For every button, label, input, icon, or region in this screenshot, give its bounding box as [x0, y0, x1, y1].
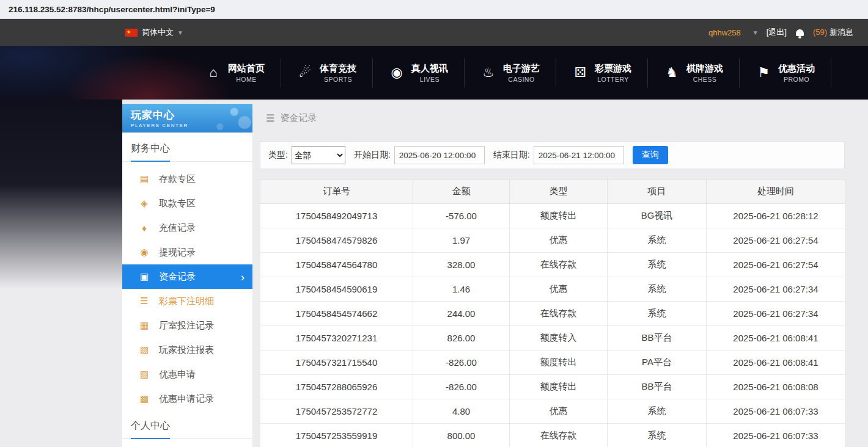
column-header: 处理时间	[707, 180, 845, 204]
table-cell: 2025-06-21 06:27:54	[707, 228, 845, 253]
logout-button[interactable]: [退出]	[767, 27, 787, 38]
new-messages-link[interactable]: (59)新消息	[813, 27, 853, 38]
table-cell: 2025-06-21 06:07:33	[707, 424, 845, 447]
filter-bar: 类型: 全部 开始日期: 结束日期: 查询	[260, 141, 845, 169]
nav-item-chess[interactable]: ♞棋牌游戏CHESS	[648, 58, 740, 87]
china-flag-icon	[125, 29, 138, 37]
sidebar-item-funds-records[interactable]: ▣资金记录›	[122, 264, 252, 289]
table-cell: 4.80	[413, 399, 510, 424]
start-date-label: 开始日期:	[354, 150, 391, 161]
home-icon: ⌂	[205, 65, 221, 81]
nav-item-label: 体育竞技SPORTS	[320, 63, 356, 83]
background-decoration	[0, 100, 122, 289]
page-title: 资金记录	[280, 112, 317, 124]
list-icon: ☰	[139, 296, 150, 307]
sidebar-item-label: 取款专区	[159, 198, 196, 209]
sidebar-item-promo-apply[interactable]: ▨优惠申请	[122, 362, 252, 387]
gift-icon: ⚑	[756, 65, 771, 81]
table-row: 1750458474564780328.00在线存款系统2025-06-21 0…	[260, 253, 845, 277]
sidebar-header: 玩家中心 PLAYERS CENTER	[122, 104, 252, 133]
chevron-down-icon[interactable]: ▼	[752, 29, 759, 36]
table-cell: 328.00	[413, 253, 510, 277]
sidebar-item-deposit-zone[interactable]: ▤存款专区	[122, 167, 252, 191]
sidebar-item-partial[interactable]: ◆	[122, 444, 252, 447]
sidebar-item-label: 玩家投注报表	[159, 344, 214, 356]
table-row: 1750457321715540-826.00额度转出PA平台2025-06-2…	[260, 351, 845, 375]
search-button[interactable]: 查询	[633, 146, 668, 164]
table-cell: 优惠	[510, 228, 608, 253]
table-cell: 1750457253572772	[260, 399, 413, 424]
sidebar-item-player-bet-report[interactable]: ▧玩家投注报表	[122, 338, 252, 362]
message-count: (59)	[813, 27, 827, 37]
chevron-right-icon: ›	[241, 271, 245, 283]
sidebar-item-label: 彩票下注明细	[159, 296, 214, 307]
nav-item-label: 彩票游戏LOTTERY	[595, 63, 631, 83]
sidebar-subtitle: PLAYERS CENTER	[131, 123, 252, 128]
end-date-input[interactable]	[534, 146, 624, 164]
table-cell: 2025-06-21 06:27:34	[707, 302, 845, 326]
sidebar-item-label: 优惠申请记录	[159, 393, 214, 405]
report-icon: ▧	[139, 344, 150, 355]
sidebar-title: 玩家中心	[131, 108, 252, 122]
table-cell: 额度转出	[510, 204, 608, 228]
nav-item-lottery[interactable]: ⚄彩票游戏LOTTERY	[556, 58, 648, 87]
table-cell: 1.46	[413, 277, 510, 302]
sidebar-item-label: 优惠申请	[159, 369, 196, 380]
table-cell: BB平台	[608, 326, 707, 351]
table-cell: 800.00	[413, 424, 510, 447]
url-text[interactable]: 216.118.235.52:8783/hhcp/usercenter.html…	[9, 5, 215, 14]
hamburger-icon: ☰	[266, 112, 274, 124]
browser-address-bar[interactable]: 216.118.235.52:8783/hhcp/usercenter.html…	[0, 0, 868, 19]
nav-item-promo[interactable]: ⚑优惠活动PROMO	[740, 58, 831, 87]
nav-item-label: 电子游艺CASINO	[503, 63, 540, 83]
language-selector[interactable]: 简体中文 ▼	[125, 27, 183, 38]
sidebar-item-label: 存款专区	[159, 173, 196, 185]
table-cell: -576.00	[413, 204, 510, 228]
table-cell: 826.00	[413, 326, 510, 351]
table-row: 1750457288065926-826.00额度转出BB平台2025-06-2…	[260, 375, 845, 399]
sidebar-item-withdrawal-records[interactable]: ◉提现记录	[122, 240, 252, 264]
nav-item-casino[interactable]: ♨电子游艺CASINO	[465, 58, 556, 87]
table-cell: 额度转出	[510, 351, 608, 375]
deposit-card-icon: ▤	[139, 173, 150, 184]
sidebar-item-withdraw-zone[interactable]: ◈取款专区	[122, 191, 252, 216]
nav-item-label: 优惠活动PROMO	[778, 63, 815, 83]
top-account-bar: 简体中文 ▼ qhhw258 ▼ [退出] (59)新消息	[0, 19, 868, 46]
table-cell: 2025-06-21 06:07:33	[707, 399, 845, 424]
funds-table: 订单号金额类型项目处理时间 1750458492049713-576.00额度转…	[260, 179, 845, 447]
table-cell: 2025-06-21 06:27:34	[707, 277, 845, 302]
table-cell: BB平台	[608, 375, 707, 399]
notification-bell-icon[interactable]	[796, 29, 804, 36]
table-cell: 2025-06-21 06:08:41	[707, 326, 845, 351]
end-date-label: 结束日期:	[493, 150, 530, 161]
main-nav: ⌂网站首页HOME☄体育竞技SPORTS◉真人视讯LIVES♨电子游艺CASIN…	[0, 46, 868, 100]
sidebar-item-recharge-records[interactable]: ♦充值记录	[122, 216, 252, 240]
sidebar-item-label: 厅室投注记录	[159, 320, 214, 332]
sidebar-item-lottery-bet-details[interactable]: ☰彩票下注明细	[122, 289, 252, 313]
table-cell: 1750458474564780	[260, 253, 413, 277]
sidebar-item-hall-bet-records[interactable]: ▦厅室投注记录	[122, 313, 252, 338]
table-cell: 1750457321715540	[260, 351, 413, 375]
column-header: 订单号	[260, 180, 413, 204]
sidebar-section-title: 个人中心	[122, 411, 252, 439]
table-body: 1750458492049713-576.00额度转出BG视讯2025-06-2…	[260, 204, 845, 447]
username[interactable]: qhhw258	[708, 28, 741, 37]
sidebar-item-promo-apply-records[interactable]: ▩优惠申请记录	[122, 387, 252, 411]
table-cell: 1750458454590619	[260, 277, 413, 302]
table-cell: BG视讯	[608, 204, 707, 228]
nav-item-sports[interactable]: ☄体育竞技SPORTS	[281, 58, 373, 87]
content-area: ☰ 资金记录 类型: 全部 开始日期: 结束日期: 查询 订单号金额类型项目处理…	[260, 104, 845, 447]
column-header: 类型	[510, 180, 608, 204]
start-date-input[interactable]	[394, 146, 485, 164]
table-cell: 1750457253559919	[260, 424, 413, 447]
table-cell: 2025-06-21 06:08:41	[707, 351, 845, 375]
table-cell: 1750458454574662	[260, 302, 413, 326]
nav-item-lives[interactable]: ◉真人视讯LIVES	[373, 58, 465, 87]
money-bag-icon: ▣	[139, 271, 150, 282]
table-row: 17504572535727724.80优惠系统2025-06-21 06:07…	[260, 399, 845, 424]
sidebar-item-label: 资金记录	[159, 271, 196, 283]
table-cell: -826.00	[413, 375, 510, 399]
type-select[interactable]: 全部	[292, 146, 345, 164]
sports-icon: ☄	[297, 65, 313, 81]
nav-item-home[interactable]: ⌂网站首页HOME	[189, 58, 281, 87]
